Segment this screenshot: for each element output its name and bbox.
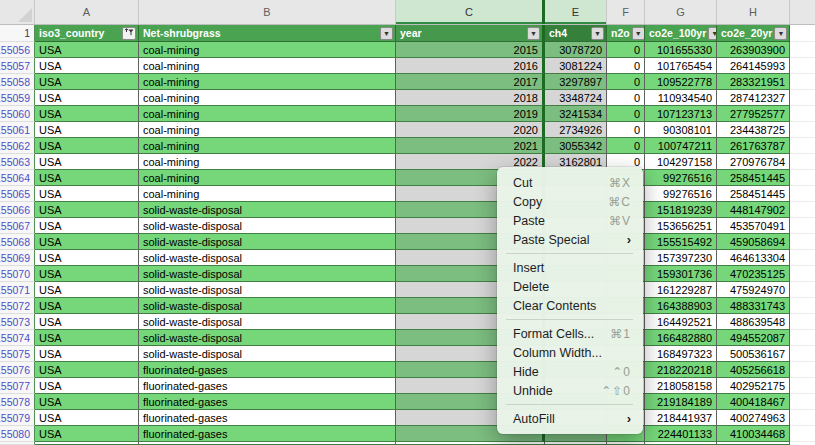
- menu-item-paste[interactable]: Paste⌘V: [497, 211, 643, 230]
- cell-A[interactable]: USA: [35, 266, 139, 282]
- cell-B[interactable]: solid-waste-disposal: [139, 330, 396, 346]
- row-header[interactable]: 155069: [0, 250, 35, 266]
- cell-B[interactable]: coal-mining: [139, 58, 396, 74]
- cell-H[interactable]: 488639548: [717, 314, 790, 330]
- cell-B[interactable]: solid-waste-disposal: [139, 234, 396, 250]
- cell-F[interactable]: 0: [607, 90, 645, 106]
- cell-H[interactable]: 488331743: [717, 298, 790, 314]
- cell-H[interactable]: 500536167: [717, 346, 790, 362]
- row-header[interactable]: 1: [0, 25, 35, 42]
- cell-H[interactable]: 453570491: [717, 218, 790, 234]
- row-header[interactable]: 155058: [0, 74, 35, 90]
- cell-A[interactable]: USA: [35, 410, 139, 426]
- cell-G[interactable]: 101765454: [645, 58, 717, 74]
- row-header[interactable]: 155068: [0, 234, 35, 250]
- cell-G[interactable]: 218220218: [645, 362, 717, 378]
- cell-H[interactable]: 400418467: [717, 394, 790, 410]
- cell-E[interactable]: 3078720: [545, 42, 607, 58]
- cell-B[interactable]: solid-waste-disposal: [139, 266, 396, 282]
- cell-B[interactable]: fluorinated-gases: [139, 426, 396, 442]
- cell-A[interactable]: USA: [35, 362, 139, 378]
- header-cell-Net-shrubgrass[interactable]: Net-shrubgrass▼: [139, 25, 396, 42]
- menu-item-clear-contents[interactable]: Clear Contents: [497, 296, 643, 315]
- cell-F[interactable]: 0: [607, 122, 645, 138]
- row-header[interactable]: 155079: [0, 410, 35, 426]
- cell-A[interactable]: USA: [35, 106, 139, 122]
- filter-dropdown-icon[interactable]: ▼: [708, 27, 717, 40]
- cell-A[interactable]: USA: [35, 330, 139, 346]
- row-header[interactable]: 155072: [0, 298, 35, 314]
- cell-H[interactable]: 270976784: [717, 154, 790, 170]
- cell-B[interactable]: fluorinated-gases: [139, 394, 396, 410]
- row-header[interactable]: 155071: [0, 282, 35, 298]
- cell-G[interactable]: 100747211: [645, 138, 717, 154]
- row-header[interactable]: 155056: [0, 42, 35, 58]
- cell-A[interactable]: USA: [35, 42, 139, 58]
- cell-G[interactable]: 168497323: [645, 346, 717, 362]
- cell-A[interactable]: USA: [35, 122, 139, 138]
- cell-C[interactable]: 2015: [396, 42, 545, 58]
- cell-B[interactable]: coal-mining: [139, 138, 396, 154]
- cell-A[interactable]: USA: [35, 378, 139, 394]
- select-all-corner[interactable]: [0, 0, 35, 24]
- row-header[interactable]: 155065: [0, 186, 35, 202]
- row-header[interactable]: 155066: [0, 202, 35, 218]
- row-header[interactable]: 155063: [0, 154, 35, 170]
- cell-H[interactable]: 410034468: [717, 426, 790, 442]
- row-header[interactable]: 155073: [0, 314, 35, 330]
- row-header[interactable]: 155064: [0, 170, 35, 186]
- cell-B[interactable]: solid-waste-disposal: [139, 282, 396, 298]
- cell-G[interactable]: 109522778: [645, 74, 717, 90]
- cell-A[interactable]: USA: [35, 346, 139, 362]
- cell-B[interactable]: solid-waste-disposal: [139, 250, 396, 266]
- cell-A[interactable]: USA: [35, 394, 139, 410]
- menu-item-column-width[interactable]: Column Width...: [497, 343, 643, 362]
- sort-filter-icon[interactable]: [122, 27, 136, 40]
- cell-A[interactable]: USA: [35, 154, 139, 170]
- cell-A[interactable]: USA: [35, 202, 139, 218]
- header-cell-ch4[interactable]: ch4▼: [545, 25, 607, 42]
- menu-item-delete[interactable]: Delete: [497, 277, 643, 296]
- cell-C[interactable]: 2020: [396, 122, 545, 138]
- menu-item-unhide[interactable]: Unhide⌃⇧0: [497, 381, 643, 400]
- cell-B[interactable]: coal-mining: [139, 74, 396, 90]
- row-header[interactable]: 155077: [0, 378, 35, 394]
- cell-E[interactable]: 3297897: [545, 74, 607, 90]
- cell-H[interactable]: 234438725: [717, 122, 790, 138]
- menu-item-copy[interactable]: Copy⌘C: [497, 192, 643, 211]
- cell-G[interactable]: 161229287: [645, 282, 717, 298]
- filter-dropdown-icon[interactable]: ▼: [591, 27, 604, 40]
- column-header-G[interactable]: G: [645, 0, 717, 24]
- cell-B[interactable]: solid-waste-disposal: [139, 346, 396, 362]
- cell-H[interactable]: 287412327: [717, 90, 790, 106]
- column-header-F[interactable]: F: [607, 0, 645, 24]
- cell-H[interactable]: 475924970: [717, 282, 790, 298]
- cell-F[interactable]: 0: [607, 138, 645, 154]
- header-cell-co2e_100yr[interactable]: co2e_100yr▼: [645, 25, 717, 42]
- row-header[interactable]: 155067: [0, 218, 35, 234]
- cell-H[interactable]: 400274963: [717, 410, 790, 426]
- cell-B[interactable]: solid-waste-disposal: [139, 202, 396, 218]
- header-cell-co2e_20yr[interactable]: co2e_20yr▼: [717, 25, 790, 42]
- cell-B[interactable]: coal-mining: [139, 122, 396, 138]
- row-header[interactable]: 155074: [0, 330, 35, 346]
- header-cell-n2o[interactable]: n2o▼: [607, 25, 645, 42]
- cell-H[interactable]: 261763787: [717, 138, 790, 154]
- cell-H[interactable]: 277952577: [717, 106, 790, 122]
- cell-F[interactable]: 0: [607, 74, 645, 90]
- cell-A[interactable]: USA: [35, 74, 139, 90]
- cell-B[interactable]: coal-mining: [139, 42, 396, 58]
- cell-G[interactable]: 99276516: [645, 170, 717, 186]
- cell-G[interactable]: 157397230: [645, 250, 717, 266]
- cell-H[interactable]: 263903900: [717, 42, 790, 58]
- cell-G[interactable]: 159301736: [645, 266, 717, 282]
- cell-G[interactable]: 104297158: [645, 154, 717, 170]
- cell-H[interactable]: 459058694: [717, 234, 790, 250]
- row-header[interactable]: 155076: [0, 362, 35, 378]
- cell-A[interactable]: USA: [35, 298, 139, 314]
- cell-F[interactable]: 0: [607, 42, 645, 58]
- cell-G[interactable]: 155515492: [645, 234, 717, 250]
- row-header[interactable]: 155075: [0, 346, 35, 362]
- filter-dropdown-icon[interactable]: ▼: [527, 27, 540, 40]
- row-header[interactable]: 155060: [0, 106, 35, 122]
